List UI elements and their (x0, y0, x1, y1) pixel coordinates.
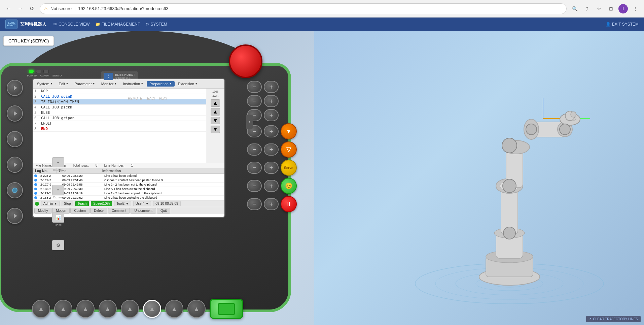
plus-btn-3[interactable]: + (264, 109, 279, 121)
green-rect-button[interactable] (210, 299, 243, 319)
search-button[interactable]: 🔍 (570, 4, 579, 13)
action-btn-4[interactable] (7, 157, 23, 173)
special-green-btn[interactable]: 😊 (281, 178, 297, 194)
servo-label-btn: Servo (284, 166, 293, 170)
action-btn-5[interactable] (7, 182, 23, 198)
scroll-up-btn2[interactable]: ▲ (211, 108, 220, 116)
code-line-3[interactable]: 3 IF IN#(4)=ON THEN (33, 99, 206, 105)
pendant-logo-top: ELITE ROBOT (115, 73, 135, 76)
plus-btn-5[interactable]: + (264, 143, 279, 156)
code-line-2[interactable]: 2 CALL JOB:poinD (33, 94, 206, 99)
plus-btn-1[interactable]: + (264, 81, 279, 93)
action-btn-6[interactable] (7, 208, 23, 224)
action-btn-1[interactable] (7, 80, 23, 96)
menu-button[interactable]: ⋮ (631, 4, 640, 13)
bottom-nav-btn-3[interactable]: ▲ (76, 300, 95, 318)
status-tool[interactable]: Tool2 ▼ (114, 201, 131, 206)
plus-btn-6[interactable]: + (264, 162, 279, 174)
pendant-right-arrow[interactable]: › (246, 115, 253, 129)
status-speed[interactable]: Speed10% (91, 201, 112, 206)
special-red-btn[interactable]: ⏸ (281, 196, 297, 212)
code-line-8[interactable]: 8 END (33, 126, 206, 132)
comment-btn[interactable]: Comment (108, 208, 130, 214)
bookmark-button[interactable]: ☆ (594, 4, 604, 13)
minus-btn-1[interactable]: − (247, 81, 262, 93)
menu-monitor[interactable]: Monitor ▼ (99, 81, 120, 87)
address-bar[interactable]: ⚠ Not secure | 192.168.51.23:6680/#/emul… (40, 3, 567, 14)
menu-parameter[interactable]: Parameter ▼ (72, 81, 98, 87)
custom-btn[interactable]: Custom (70, 208, 89, 214)
clear-trajectory-button[interactable]: ↗ CLEAR TRAJECTORY LINES (586, 316, 641, 322)
expand-label-2: Expand (53, 196, 64, 199)
menu-system[interactable]: System ▼ (34, 81, 56, 87)
status-teach-btn[interactable]: Teach (75, 201, 89, 206)
minus-btn-6[interactable]: − (247, 162, 262, 174)
app-header-left: ELITEROBOT 艾利特机器人 👁 CONSOLE VIEW 📁 FILE … (5, 20, 167, 29)
profile-button[interactable]: I (618, 4, 628, 13)
log-info-6: Line 2 has been copied to the clipboard (102, 196, 224, 200)
code-line-7[interactable]: 7 ENDIF (33, 121, 206, 126)
bottom-nav-btn-6[interactable]: ▲ (143, 300, 161, 318)
delete-btn[interactable]: Delete (90, 208, 107, 214)
plus-btn-8[interactable]: + (264, 198, 279, 210)
window-button[interactable]: ⊡ (606, 4, 616, 13)
bottom-nav-btn-2[interactable]: ▲ (54, 300, 72, 318)
special-orange-btn-2[interactable]: ▽ (281, 141, 297, 158)
minus-btn-7[interactable]: − (247, 180, 262, 192)
special-orange-btn-1[interactable]: ▼ (281, 123, 297, 139)
menu-extension[interactable]: Extension ▼ (175, 81, 200, 87)
menu-edit[interactable]: Edit ▼ (56, 81, 71, 87)
plus-btn-4[interactable]: + (264, 125, 279, 137)
code-line-5[interactable]: 5 ELSE (33, 110, 206, 116)
total-rows-label: Total rows: (73, 164, 89, 167)
quit-btn[interactable]: Quit (157, 208, 170, 214)
bottom-nav-btn-4[interactable]: ▲ (99, 300, 117, 318)
code-line-6[interactable]: 6 CALL JOB:gripon (33, 116, 206, 121)
exit-button[interactable]: 👤 EXIT SYSTEM (606, 22, 639, 27)
alarm-led (36, 70, 41, 73)
ctrl-key-button[interactable]: CTRL KEY (SERVO) (3, 36, 54, 46)
minus-btn-5[interactable]: − (247, 143, 262, 156)
play-icon-3 (14, 137, 17, 141)
menu-preparation[interactable]: Preparation ▼ (147, 81, 175, 87)
uncomment-btn[interactable]: Uncomment (131, 208, 156, 214)
bottom-nav-btn-8[interactable]: ▲ (187, 300, 206, 318)
nav-system[interactable]: ⚙ SYSTEM (145, 22, 167, 27)
emergency-stop-button[interactable] (229, 44, 262, 78)
share-button[interactable]: ⤴ (582, 4, 592, 13)
code-line-4[interactable]: 4 CALL JOB:pickD (33, 105, 206, 110)
numpad-row-8: − + ⏸ (247, 196, 297, 212)
scroll-down-btn2[interactable]: ▼ (211, 126, 220, 133)
back-button[interactable]: ← (4, 4, 13, 13)
action-btn-3[interactable] (7, 131, 23, 147)
scroll-up-btn[interactable]: ▲ (211, 99, 220, 107)
numpad-row-3: − + (247, 109, 297, 121)
action-btn-2[interactable] (7, 105, 23, 122)
chevron-right-icon: › (249, 120, 250, 124)
nav-file[interactable]: 📁 FILE MANAGEMENT (95, 22, 140, 27)
plus-btn-7[interactable]: + (264, 180, 279, 192)
log-dot-2 (34, 179, 37, 182)
modify-btn[interactable]: Modify (34, 208, 51, 214)
bottom-nav-btn-1[interactable]: ▲ (32, 300, 50, 318)
reload-button[interactable]: ↺ (27, 4, 36, 13)
status-user-num[interactable]: User4 ▼ (133, 201, 151, 206)
bottom-nav-btn-5[interactable]: ▲ (121, 300, 139, 318)
bottom-nav-btn-7[interactable]: ▲ (165, 300, 183, 318)
preparation-menu-label: Preparation (149, 82, 169, 86)
forward-button[interactable]: → (15, 4, 25, 13)
teach-pendant: REMOTE TEACH PLAY POWER ALARM SERVO ER E… (0, 31, 303, 325)
code-line-1[interactable]: 1 NOP (33, 89, 206, 94)
minus-btn-8[interactable]: − (247, 198, 262, 210)
svg-point-24 (503, 227, 515, 239)
minus-btn-2[interactable]: − (247, 95, 262, 107)
nav-console[interactable]: 👁 CONSOLE VIEW (53, 22, 90, 27)
scroll-down-btn[interactable]: ▼ (211, 117, 220, 124)
plus-btn-2[interactable]: + (264, 95, 279, 107)
line-number-label: Line Number: (104, 164, 124, 167)
lock-icon: ⚠ (44, 6, 48, 11)
nav-arrow-icon-2: ▲ (60, 305, 67, 313)
servo-special-btn[interactable]: Servo (281, 160, 297, 176)
menu-instruction[interactable]: Instruction ▼ (120, 81, 146, 87)
line-content-6: CALL JOB:gripon (41, 116, 205, 120)
